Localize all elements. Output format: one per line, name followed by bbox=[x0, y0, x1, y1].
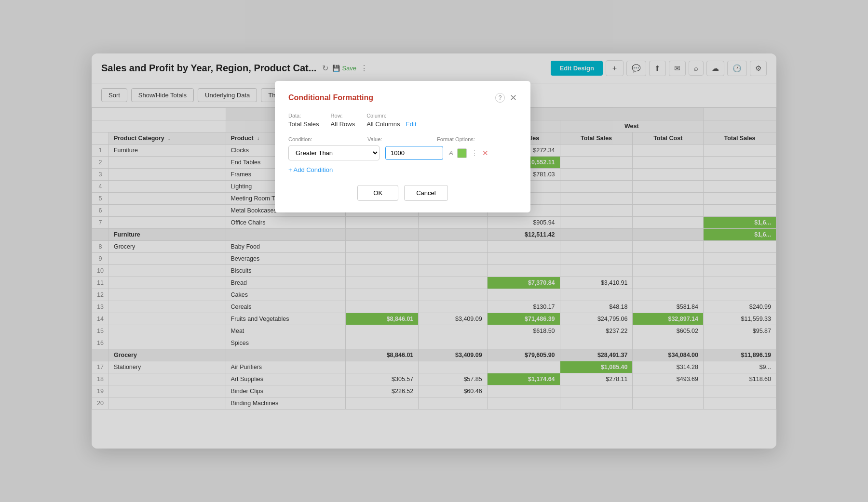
west-extra-header: Total Sales bbox=[704, 132, 776, 145]
conditional-formatting-modal: Conditional Formatting ? ✕ Data: Total S… bbox=[275, 81, 530, 212]
extra-header bbox=[704, 120, 776, 132]
table-row: 20 Binding Machines bbox=[92, 397, 776, 410]
modal-header-icons: ? ✕ bbox=[495, 92, 517, 103]
more-options-button[interactable]: ⋮ bbox=[360, 64, 368, 73]
color-swatch[interactable] bbox=[457, 148, 467, 158]
data-field: Data: Total Sales bbox=[288, 113, 319, 128]
cancel-button[interactable]: Cancel bbox=[404, 185, 448, 201]
data-label: Data: bbox=[288, 113, 319, 119]
table-row: Furniture $12,511.42 $1,6... bbox=[92, 229, 776, 241]
table-row: 15 Meat $618.50 $237.22 $605.02 $95.87 bbox=[92, 325, 776, 337]
cloud-button[interactable]: ☁ bbox=[706, 61, 724, 76]
format-options-label: Format Options: bbox=[437, 136, 475, 142]
text-format-icon: A bbox=[449, 149, 453, 157]
modal-data-row: Data: Total Sales Row: All Rows Column: … bbox=[288, 113, 517, 128]
table-row: 19 Binder Clips $226.52 $60.46 bbox=[92, 385, 776, 397]
table-row: 16 Spices bbox=[92, 337, 776, 349]
save-icon: 💾 bbox=[332, 65, 340, 72]
row-value: All Rows bbox=[331, 120, 355, 128]
table-row: Grocery $8,846.01 $3,409.09 $79,605.90 $… bbox=[92, 349, 776, 361]
table-row: 7 Office Chairs $905.94 $1,6... bbox=[92, 217, 776, 229]
page-title: Sales and Profit by Year, Region, Produc… bbox=[101, 63, 316, 74]
column-value: All Columns Edit bbox=[366, 120, 416, 128]
help-icon[interactable]: ? bbox=[495, 93, 505, 103]
row-label: Row: bbox=[331, 113, 355, 119]
header-left: Sales and Profit by Year, Region, Produc… bbox=[101, 63, 368, 74]
east-total-sales-2-header: Total Sales bbox=[560, 132, 633, 145]
column-field: Column: All Columns Edit bbox=[366, 113, 416, 128]
condition-label: Condition: bbox=[288, 136, 312, 142]
save-button[interactable]: 💾 Save bbox=[332, 65, 356, 72]
underlying-data-button[interactable]: Underlying Data bbox=[198, 88, 257, 102]
value-label: Value: bbox=[367, 136, 382, 142]
modal-footer: OK Cancel bbox=[288, 185, 517, 201]
email-button[interactable]: ✉ bbox=[669, 61, 686, 76]
value-input[interactable] bbox=[385, 146, 443, 160]
west-total-cost-header: Total Cost bbox=[633, 132, 704, 145]
column-label: Column: bbox=[366, 113, 416, 119]
format-options: A ⋮ ✕ bbox=[449, 148, 488, 158]
add-condition-button[interactable]: + Add Condition bbox=[288, 166, 333, 173]
ok-button[interactable]: OK bbox=[357, 185, 398, 201]
show-hide-totals-button[interactable]: Show/Hide Totals bbox=[131, 88, 194, 102]
settings-button[interactable]: ⚙ bbox=[750, 61, 767, 76]
condition-input-row: Greater Than Less Than Equal To Greater … bbox=[288, 145, 517, 160]
modal-title: Conditional Formatting bbox=[288, 93, 373, 102]
header-right: Edit Design ＋ 💬 ⬆ ✉ ⌕ ☁ 🕐 ⚙ bbox=[551, 60, 767, 76]
export-button[interactable]: ⬆ bbox=[649, 61, 666, 76]
sort-button[interactable]: Sort bbox=[101, 88, 127, 102]
data-value: Total Sales bbox=[288, 120, 319, 128]
header: Sales and Profit by Year, Region, Produc… bbox=[92, 53, 776, 83]
table-row: 14 Fruits and Vegetables $8,846.01 $3,40… bbox=[92, 313, 776, 325]
condition-select[interactable]: Greater Than Less Than Equal To Greater … bbox=[288, 145, 380, 160]
table-row: 11 Bread $7,370.84 $3,410.91 bbox=[92, 277, 776, 289]
delete-condition-button[interactable]: ✕ bbox=[482, 149, 488, 158]
table-row: 9 Beverages bbox=[92, 253, 776, 265]
edit-design-button[interactable]: Edit Design bbox=[551, 61, 603, 76]
schedule-button[interactable]: 🕐 bbox=[727, 61, 747, 76]
product-category-col-header: Product Category ↓ bbox=[108, 132, 226, 145]
table-row: 18 Art Supplies $305.57 $57.85 $1,174.64… bbox=[92, 373, 776, 385]
west-header: West bbox=[560, 120, 703, 132]
edit-link[interactable]: Edit bbox=[406, 120, 416, 128]
header-icons: ↻ 💾 Save ⋮ bbox=[322, 64, 368, 73]
row-field: Row: All Rows bbox=[331, 113, 355, 128]
table-row: 10 Biscuits bbox=[92, 265, 776, 277]
modal-header: Conditional Formatting ? ✕ bbox=[288, 92, 517, 103]
share-button[interactable]: ⌕ bbox=[689, 61, 704, 76]
add-button[interactable]: ＋ bbox=[606, 60, 624, 76]
table-row: 17 Stationery Air Purifiers $1,085.40 $3… bbox=[92, 361, 776, 373]
refresh-button[interactable]: ↻ bbox=[322, 64, 328, 73]
more-format-options-icon[interactable]: ⋮ bbox=[471, 148, 478, 158]
table-row: 12 Cakes bbox=[92, 289, 776, 301]
sort-icon-product: ↓ bbox=[257, 136, 259, 141]
modal-close-button[interactable]: ✕ bbox=[510, 92, 517, 103]
table-row: 13 Cereals $130.17 $48.18 $581.84 $240.9… bbox=[92, 301, 776, 313]
condition-labels-row: Condition: Value: Format Options: bbox=[288, 135, 517, 143]
comment-button[interactable]: 💬 bbox=[626, 61, 646, 76]
sort-icon-category: ↓ bbox=[168, 136, 170, 141]
table-row: 8 Grocery Baby Food bbox=[92, 241, 776, 253]
